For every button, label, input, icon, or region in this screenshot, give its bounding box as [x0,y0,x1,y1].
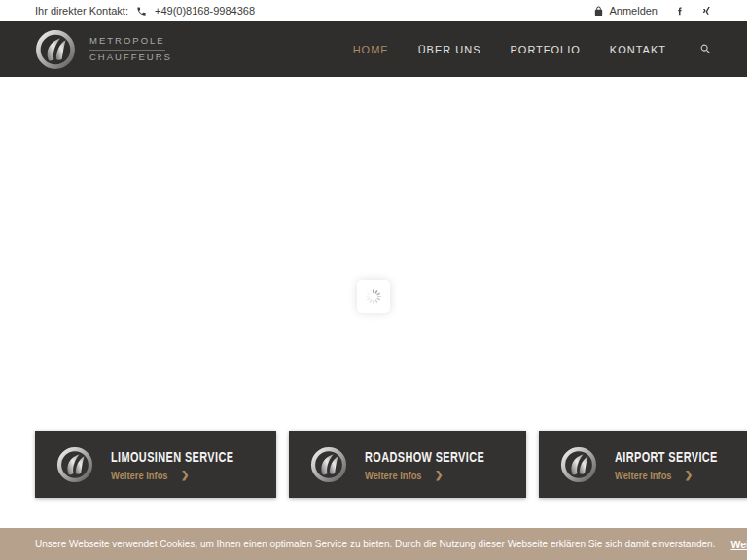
weitere-infos-link[interactable]: Weitere Infos ❯ [111,470,268,481]
loading-spinner-icon [365,288,382,305]
chevron-right-icon: ❯ [181,470,189,480]
card-title: LIMOUSINEN SERVICE [111,449,233,465]
nav-item-ueber-uns[interactable]: ÜBER UNS [418,44,481,55]
weitere-infos-link[interactable]: Weitere Infos ❯ [365,470,518,481]
brand[interactable]: METROPOLE CHAUFFEURS [35,29,172,70]
phone-icon [136,6,147,17]
search-icon [699,43,712,55]
topbar: Ihr direkter Kontakt: +49(0)8168-9984368… [0,0,747,21]
nav-item-kontakt[interactable]: KONTAKT [610,44,666,55]
loading-indicator [357,280,390,313]
metropole-logo-icon [35,29,76,70]
search-button[interactable] [699,43,712,55]
login-link[interactable]: Anmelden [593,5,658,17]
metropole-logo-icon [310,446,347,483]
nav-item-portfolio[interactable]: PORTFOLIO [510,44,580,55]
chevron-right-icon: ❯ [685,470,693,480]
contact-label: Ihr direkter Kontakt: [35,5,128,17]
card-title: AIRPORT SERVICE [615,449,718,465]
xing-icon[interactable] [701,6,712,17]
weitere-infos-link[interactable]: Weitere Infos ❯ [615,470,747,481]
metropole-logo-icon [56,446,93,483]
brand-text: METROPOLE CHAUFFEURS [89,34,172,64]
lock-icon [593,6,604,17]
topbar-right: Anmelden [593,5,712,17]
login-label: Anmelden [609,5,658,17]
brand-line2: CHAUFFEURS [89,52,172,62]
main-content: LIMOUSINEN SERVICE Weitere Infos ❯ ROADS… [0,77,747,528]
social-links [675,6,712,17]
cookie-read-more-link[interactable]: Weiterlesen ... [730,539,747,550]
contact-info: Ihr direkter Kontakt: +49(0)8168-9984368 [35,5,255,17]
phone-number[interactable]: +49(0)8168-9984368 [155,5,255,17]
card-airport-service[interactable]: AIRPORT SERVICE Weitere Infos ❯ [539,431,747,498]
navbar: METROPOLE CHAUFFEURS HOME ÜBER UNS PORTF… [0,21,747,77]
main-menu: HOME ÜBER UNS PORTFOLIO KONTAKT [353,43,712,55]
cookie-consent-bar: Unsere Webseite verwendet Cookies, um Ih… [0,528,747,560]
service-cards: LIMOUSINEN SERVICE Weitere Infos ❯ ROADS… [0,431,747,498]
cookie-message: Unsere Webseite verwendet Cookies, um Ih… [35,539,715,549]
metropole-logo-icon [560,446,597,483]
nav-item-home[interactable]: HOME [353,44,389,55]
brand-line1: METROPOLE [89,34,165,51]
chevron-right-icon: ❯ [435,470,443,480]
card-limousinen-service[interactable]: LIMOUSINEN SERVICE Weitere Infos ❯ [35,431,276,498]
facebook-icon[interactable] [675,6,686,17]
card-roadshow-service[interactable]: ROADSHOW SERVICE Weitere Infos ❯ [289,431,526,498]
card-title: ROADSHOW SERVICE [365,449,484,465]
